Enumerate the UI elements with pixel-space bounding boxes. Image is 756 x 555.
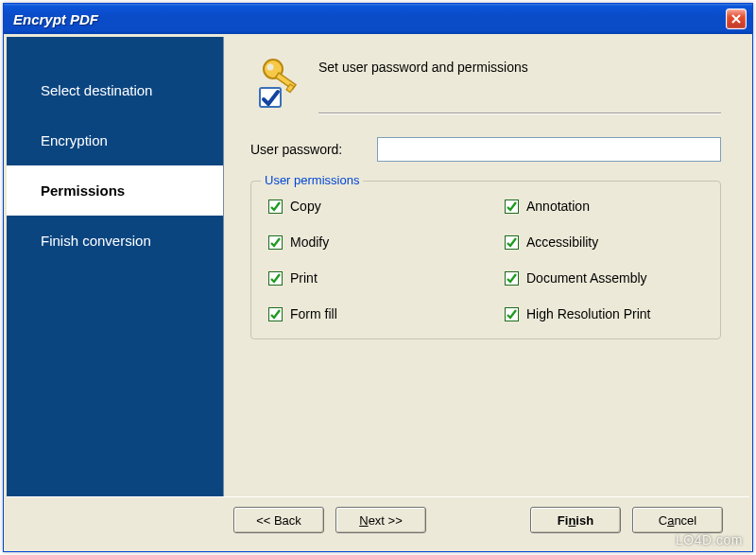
- user-permissions-group: User permissions Copy Annotation Modi: [250, 181, 721, 339]
- checkbox-print[interactable]: [268, 271, 283, 286]
- cancel-rest: ncel: [674, 513, 696, 528]
- sidebar-item-select-destination[interactable]: Select destination: [7, 65, 223, 115]
- checkbox-accessibility[interactable]: [505, 235, 519, 250]
- titlebar[interactable]: Encrypt PDF: [4, 4, 752, 34]
- finish-rest: ish: [576, 513, 593, 528]
- back-button[interactable]: << Back: [233, 507, 324, 533]
- header-divider: [318, 113, 721, 114]
- perm-document-assembly: Document Assembly: [505, 270, 703, 286]
- app-window: Encrypt PDF Select destination Encryptio…: [3, 3, 753, 552]
- svg-point-1: [267, 64, 274, 71]
- perm-print: Print: [268, 270, 467, 286]
- checkbox-form-fill[interactable]: [268, 307, 283, 321]
- checkbox-document-assembly[interactable]: [505, 271, 519, 286]
- sidebar-item-label: Finish conversion: [41, 233, 151, 249]
- cancel-prefix: C: [659, 513, 667, 528]
- header-text-column: Set user password and permissions: [318, 56, 721, 114]
- perm-annotation: Annotation: [505, 199, 703, 214]
- permissions-legend: User permissions: [261, 173, 363, 187]
- window-title: Encrypt PDF: [13, 11, 726, 27]
- sidebar-item-label: Permissions: [41, 182, 125, 199]
- sidebar-item-permissions[interactable]: Permissions: [7, 165, 223, 216]
- perm-label: Modify: [290, 234, 329, 250]
- perm-form-fill: Form fill: [268, 306, 467, 321]
- close-button[interactable]: [726, 9, 747, 29]
- checkbox-copy[interactable]: [268, 199, 283, 214]
- checkbox-high-resolution-print[interactable]: [505, 307, 519, 321]
- perm-label: Print: [290, 270, 318, 286]
- perm-label: Copy: [290, 199, 321, 214]
- next-rest: ext >>: [369, 513, 403, 528]
- next-button[interactable]: Next >>: [335, 507, 426, 533]
- body-area: Select destination Encryption Permission…: [7, 37, 749, 496]
- cancel-button[interactable]: Cancel: [632, 507, 723, 533]
- perm-modify: Modify: [268, 234, 467, 250]
- sidebar-item-encryption[interactable]: Encryption: [7, 115, 223, 165]
- permissions-grid: Copy Annotation Modify Accessibilit: [268, 199, 703, 321]
- button-row: << Back Next >> Finish Cancel: [7, 496, 749, 548]
- key-check-icon: [250, 56, 305, 111]
- sidebar-item-label: Select destination: [41, 82, 152, 98]
- finish-button[interactable]: Finish: [530, 507, 621, 533]
- page-header: Set user password and permissions: [250, 56, 721, 114]
- finish-prefix: Fi: [558, 513, 569, 528]
- perm-label: Annotation: [526, 199, 590, 214]
- client-area: Select destination Encryption Permission…: [4, 34, 752, 551]
- checkbox-modify[interactable]: [268, 235, 283, 250]
- user-password-input[interactable]: [377, 137, 721, 162]
- close-icon: [731, 14, 741, 24]
- sidebar-item-finish-conversion[interactable]: Finish conversion: [7, 216, 223, 266]
- password-label: User password:: [250, 142, 364, 157]
- perm-copy: Copy: [268, 199, 467, 214]
- page-heading: Set user password and permissions: [318, 60, 721, 75]
- content-panel: Set user password and permissions User p…: [224, 37, 749, 496]
- sidebar-item-label: Encryption: [41, 132, 108, 148]
- perm-accessibility: Accessibility: [505, 234, 703, 250]
- perm-high-resolution-print: High Resolution Print: [505, 306, 703, 321]
- checkbox-annotation[interactable]: [505, 199, 519, 214]
- perm-label: Form fill: [290, 306, 337, 321]
- sidebar: Select destination Encryption Permission…: [7, 37, 224, 496]
- perm-label: High Resolution Print: [526, 306, 651, 321]
- next-mnemonic: N: [359, 513, 368, 528]
- password-row: User password:: [250, 137, 721, 162]
- perm-label: Accessibility: [526, 234, 598, 250]
- perm-label: Document Assembly: [526, 270, 647, 286]
